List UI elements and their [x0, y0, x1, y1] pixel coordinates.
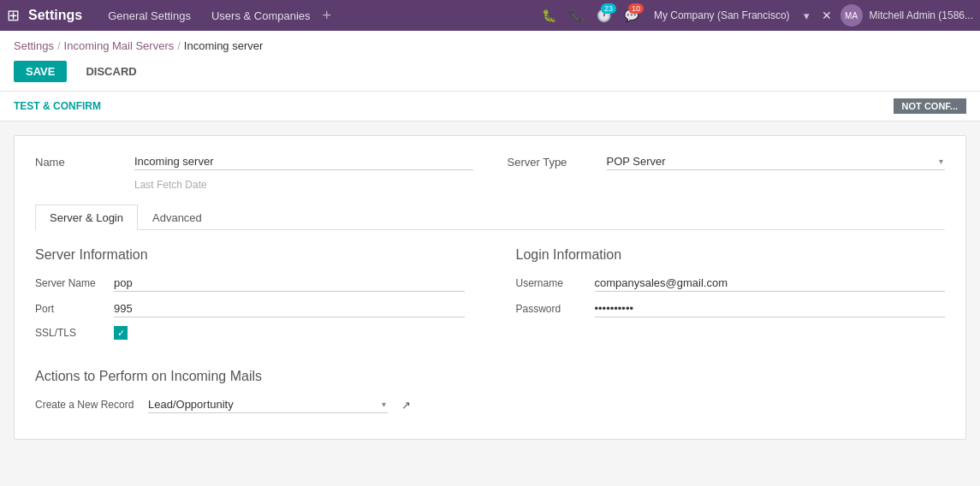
close-icon[interactable]: ✕ — [822, 9, 832, 22]
ssl-tls-checkbox-wrapper: ✓ — [114, 326, 128, 340]
action-bar: SAVE DISCARD — [0, 56, 980, 91]
test-confirm-button[interactable]: TEST & CONFIRM — [14, 100, 101, 112]
ssl-tls-checkbox[interactable]: ✓ — [114, 326, 128, 340]
app-grid-icon[interactable]: ⊞ — [7, 6, 20, 25]
sections-row: Server Information Server Name Port SSL/… — [35, 247, 945, 348]
login-info-section: Login Information Username Password — [516, 247, 946, 348]
port-label: Port — [35, 303, 104, 315]
form-card: Name Server Type POP Server IMAP Server … — [14, 135, 966, 440]
breadcrumb-sep-2: / — [177, 39, 181, 52]
company-selector[interactable]: My Company (San Francisco) — [647, 9, 797, 21]
tabs-container: Server & Login Advanced — [35, 204, 945, 230]
discard-button[interactable]: DISCARD — [74, 61, 148, 82]
username-input[interactable] — [595, 275, 946, 292]
chat-badge: 10 — [628, 3, 644, 14]
create-record-select-wrapper: Lead/Opportunity Nothing Discussion Chan… — [148, 396, 388, 413]
add-menu-icon[interactable]: + — [323, 7, 332, 25]
breadcrumb-incoming-mail-servers-link[interactable]: Incoming Mail Servers — [64, 39, 175, 52]
bug-icon: 🐛 — [542, 9, 556, 22]
bug-icon-button[interactable]: 🐛 — [538, 3, 561, 27]
confirm-bar: TEST & CONFIRM NOT CONF... — [0, 91, 980, 122]
breadcrumb-settings-link[interactable]: Settings — [14, 39, 54, 52]
name-label: Name — [35, 156, 121, 169]
breadcrumb-sep-1: / — [57, 39, 61, 52]
save-button[interactable]: SAVE — [14, 61, 67, 82]
tab-advanced[interactable]: Advanced — [138, 204, 217, 230]
main-content: Name Server Type POP Server IMAP Server … — [0, 122, 980, 453]
server-type-select[interactable]: POP Server IMAP Server — [607, 153, 946, 169]
avatar: MA — [840, 4, 863, 27]
company-chevron-icon: ▾ — [804, 9, 810, 22]
server-name-input[interactable] — [114, 275, 465, 292]
password-label: Password — [516, 303, 585, 315]
port-input[interactable] — [114, 300, 465, 317]
create-record-row: Create a New Record Lead/Opportunity Not… — [35, 396, 945, 413]
port-row: Port — [35, 300, 465, 317]
create-record-select[interactable]: Lead/Opportunity Nothing Discussion Chan… — [148, 396, 388, 412]
tab-server-login[interactable]: Server & Login — [35, 204, 138, 230]
phone-icon: 📞 — [569, 9, 584, 22]
clock-badge: 23 — [601, 3, 616, 14]
ssl-tls-label: SSL/TLS — [35, 327, 104, 339]
breadcrumb: Settings / Incoming Mail Servers / Incom… — [0, 31, 980, 56]
actions-title: Actions to Perform on Incoming Mails — [35, 369, 945, 384]
external-link-icon[interactable]: ↗ — [401, 399, 411, 412]
server-type-label: Server Type — [508, 156, 593, 169]
phone-icon-button[interactable]: 📞 — [565, 3, 589, 27]
nav-general-settings[interactable]: General Settings — [99, 9, 199, 22]
clock-icon-button[interactable]: 🕐 23 — [592, 3, 616, 27]
name-group: Name — [35, 153, 473, 170]
top-navigation: ⊞ Settings General Settings Users & Comp… — [0, 0, 980, 31]
server-type-select-wrapper: POP Server IMAP Server ▾ — [607, 153, 946, 170]
app-title: Settings — [28, 8, 82, 23]
chat-icon-button[interactable]: 💬 10 — [620, 3, 644, 27]
server-type-group: Server Type POP Server IMAP Server ▾ — [508, 153, 946, 170]
user-name: Mitchell Admin (1586... — [870, 9, 973, 21]
server-name-label: Server Name — [35, 277, 104, 289]
username-label: Username — [516, 277, 585, 289]
not-confirmed-badge: NOT CONF... — [894, 98, 966, 114]
password-row: Password — [516, 300, 946, 317]
name-input[interactable] — [134, 153, 473, 170]
create-record-label: Create a New Record — [35, 399, 138, 411]
password-input[interactable] — [595, 300, 946, 317]
server-info-section: Server Information Server Name Port SSL/… — [35, 247, 465, 348]
breadcrumb-current: Incoming server — [184, 39, 263, 52]
actions-section: Actions to Perform on Incoming Mails Cre… — [35, 369, 945, 413]
nav-users-companies[interactable]: Users & Companies — [203, 9, 319, 22]
name-servertype-row: Name Server Type POP Server IMAP Server … — [35, 153, 945, 170]
username-row: Username — [516, 275, 946, 292]
server-name-row: Server Name — [35, 275, 465, 292]
last-fetch-label: Last Fetch Date — [134, 179, 945, 191]
server-info-title: Server Information — [35, 247, 465, 263]
ssl-tls-row: SSL/TLS ✓ — [35, 326, 465, 340]
login-info-title: Login Information — [516, 247, 946, 263]
